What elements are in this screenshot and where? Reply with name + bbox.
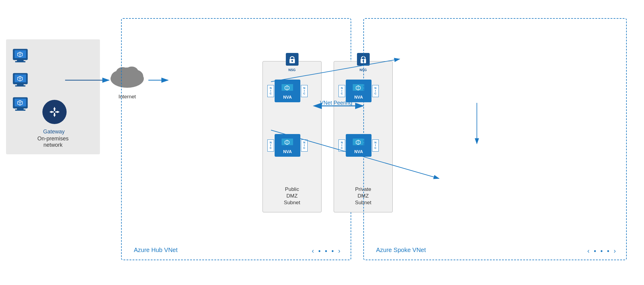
spoke-ellipsis: ‹ • • • ›: [587, 247, 617, 255]
nva-device-1: NIC NVA NIC: [267, 80, 308, 102]
nic-left-4: NIC: [339, 139, 345, 152]
nic-left-1: NIC: [267, 85, 274, 97]
svg-rect-30: [51, 111, 54, 113]
svg-rect-2: [15, 61, 25, 62]
hub-vnet-box: Azure Hub VNet ‹ • • • › NSG: [121, 18, 351, 260]
hub-ellipsis: ‹ • • • ›: [312, 247, 342, 255]
hub-vnet-label: Azure Hub VNet: [134, 247, 178, 254]
public-dmz-nsg: NSG: [285, 52, 299, 72]
nva-device-2: NIC NVA NIC: [267, 134, 308, 157]
vnet-peering-label: VNet Peering: [309, 100, 363, 106]
nva-monitor-2: NVA: [275, 134, 300, 157]
onprem-label: On-premises network: [6, 136, 100, 148]
nic-left-3: NIC: [339, 85, 345, 97]
monitor-icon-2: [12, 73, 30, 90]
svg-rect-26: [54, 109, 55, 111]
nva-label-3: NVA: [354, 95, 363, 100]
svg-rect-1: [17, 59, 24, 61]
svg-rect-28: [54, 113, 55, 115]
svg-rect-18: [15, 110, 25, 111]
nic-right-1: NIC: [301, 85, 308, 97]
svg-rect-17: [17, 108, 24, 110]
svg-rect-9: [17, 84, 24, 85]
nva-label-4: NVA: [354, 149, 363, 154]
spoke-vnet-label: Azure Spoke VNet: [376, 247, 426, 254]
onprem-box: Gateway On-premises network: [6, 39, 100, 154]
nic-left-2: NIC: [267, 139, 274, 152]
nic-right-2: NIC: [301, 139, 308, 152]
monitor-icon-3: [12, 97, 30, 115]
svg-rect-32: [55, 111, 58, 113]
public-nsg-text: NSG: [285, 68, 299, 72]
nva-label-1: NVA: [283, 95, 292, 100]
gateway-label: Gateway: [39, 129, 69, 135]
nva-label-2: NVA: [283, 149, 292, 154]
nva-monitor-1: NVA: [275, 80, 300, 102]
svg-rect-42: [292, 61, 292, 62]
public-dmz-box: NSG NIC NVA NIC NIC: [263, 61, 322, 212]
svg-rect-10: [15, 85, 25, 87]
monitor-icon-1: [12, 48, 30, 66]
spoke-vnet-box: Azure Spoke VNet ‹ • • • › NSG Managemen…: [363, 18, 627, 260]
gateway-icon: [42, 100, 67, 124]
public-dmz-label: Public DMZ Subnet: [263, 186, 321, 206]
diagram-container: Gateway On-premises network Internet Azu…: [0, 0, 644, 285]
